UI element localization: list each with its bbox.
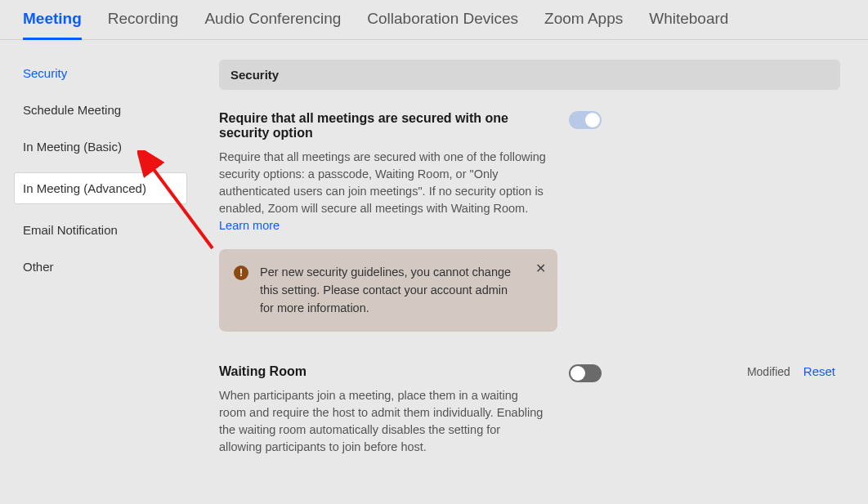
setting-desc-text: Require that all meetings are secured wi…	[219, 150, 546, 215]
tab-zoom-apps[interactable]: Zoom Apps	[544, 10, 623, 39]
tab-collaboration-devices[interactable]: Collaboration Devices	[367, 10, 518, 39]
tab-whiteboard[interactable]: Whiteboard	[649, 10, 728, 39]
settings-main: Security Require that all meetings are s…	[219, 60, 840, 479]
setting-description: When participants join a meeting, place …	[219, 387, 546, 456]
learn-more-link[interactable]: Learn more	[219, 219, 280, 232]
setting-require-security: Require that all meetings are secured wi…	[219, 111, 840, 332]
tab-meeting[interactable]: Meeting	[23, 10, 82, 39]
toggle-waiting-room[interactable]	[569, 364, 602, 382]
setting-description: Require that all meetings are secured wi…	[219, 149, 546, 234]
setting-title: Waiting Room	[219, 364, 546, 379]
info-text: Per new security guidelines, you cannot …	[260, 264, 521, 317]
toggle-require-security[interactable]	[569, 111, 602, 129]
tab-recording[interactable]: Recording	[108, 10, 179, 39]
sidebar-item-email-notification[interactable]: Email Notification	[23, 220, 186, 240]
locked-setting-info: ! Per new security guidelines, you canno…	[219, 249, 557, 332]
tab-audio-conferencing[interactable]: Audio Conferencing	[204, 10, 341, 39]
sidebar-item-in-meeting-basic[interactable]: In Meeting (Basic)	[23, 136, 186, 157]
warning-icon: !	[234, 265, 248, 280]
section-header-security: Security	[219, 60, 840, 90]
setting-waiting-room: Waiting Room When participants join a me…	[219, 364, 840, 456]
settings-tabs: Meeting Recording Audio Conferencing Col…	[0, 0, 868, 40]
modified-label: Modified	[747, 365, 790, 378]
sidebar-item-security[interactable]: Security	[23, 63, 186, 83]
sidebar-item-other[interactable]: Other	[23, 256, 186, 277]
close-icon[interactable]: ✕	[535, 261, 546, 276]
sidebar-item-in-meeting-advanced[interactable]: In Meeting (Advanced)	[15, 173, 186, 203]
reset-button[interactable]: Reset	[803, 364, 835, 378]
sidebar-item-schedule-meeting[interactable]: Schedule Meeting	[23, 100, 186, 120]
setting-title: Require that all meetings are secured wi…	[219, 111, 546, 140]
settings-sidebar: Security Schedule Meeting In Meeting (Ba…	[23, 60, 186, 479]
content-area: Security Schedule Meeting In Meeting (Ba…	[0, 40, 868, 479]
